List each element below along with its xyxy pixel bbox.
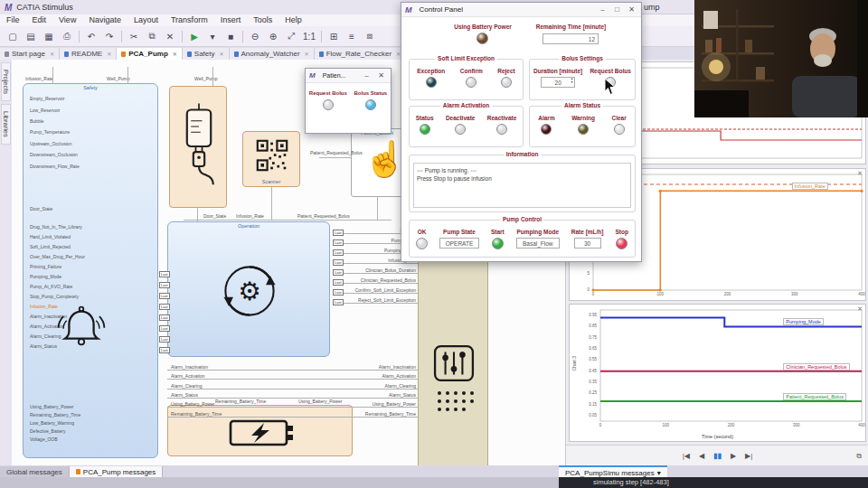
rail-tab-projects[interactable]: Projects [1,62,11,101]
wire [167,417,418,418]
menu-view[interactable]: View [52,14,82,26]
close-icon[interactable]: ✕ [857,170,863,177]
tab-flow_rate_checker[interactable]: Flow_Rate_Checker✕ [315,48,407,60]
start-button[interactable] [492,238,504,249]
close-icon[interactable]: ✕ [50,51,54,57]
minimize-icon[interactable]: – [361,71,373,80]
save-button[interactable]: ▦ [41,29,57,44]
minimize-icon[interactable]: – [597,5,609,14]
delete-button[interactable]: ✕ [162,29,178,44]
export-view-button[interactable]: ⧉ [856,452,862,461]
control-panel-dialog[interactable]: M Control Panel – □ ✕ Using Battery Powe… [401,2,642,262]
close-icon[interactable]: ✕ [305,51,309,57]
step-back-button[interactable]: ◀ [699,452,704,460]
jump-to-end-button[interactable]: ▶| [745,452,752,460]
pumping-mode-field[interactable]: Basal_Flow [516,238,560,249]
copy-button[interactable]: ⧉ [144,29,160,44]
tab-readme[interactable]: README✕ [60,48,117,60]
menu-transform[interactable]: Transform [165,14,214,26]
sim-messages-tab[interactable]: PCA_PumpSimu messages ▾ [559,465,667,478]
stop-button[interactable] [616,238,627,249]
spinner-arrows-icon[interactable]: ▲▼ [571,78,573,85]
align-button[interactable]: ≡ [344,29,360,44]
menu-insert[interactable]: Insert [214,14,248,26]
menu-tools[interactable]: Tools [247,14,278,26]
confirm-button[interactable] [466,77,476,88]
simulation-status-text: simulating step [482-483] [593,478,669,486]
close-icon[interactable]: ✕ [220,51,224,57]
tab-start-page[interactable]: Start page✕ [0,48,60,60]
reject-item: Reject [497,68,515,88]
statusbar-status: simulating step [482-483] [559,477,868,488]
app-logo: M [5,3,12,13]
reject-button[interactable] [501,77,512,88]
menu-edit[interactable]: Edit [26,14,53,26]
rate-field[interactable]: 30 [574,238,601,249]
safety-block[interactable]: Safety Empty_ReservoirLow_ReservoirBubbl… [23,83,158,458]
layout-button[interactable]: ⧈ [362,29,378,44]
fluid-reservoir-block[interactable] [169,86,227,208]
information-group: Information ◦◦◦ Pump is running. ◦◦◦ Pre… [409,155,636,212]
zoom-in-button[interactable]: ⊕ [265,29,281,44]
request-bolus-label: Request Bolus [590,68,631,74]
alarm-bell-icon [55,303,108,350]
rail-tab-libraries[interactable]: Libraries [1,104,11,145]
messages-tab-global-messages[interactable]: Global messages [0,466,70,477]
messages-tab-pca_pump-messages[interactable]: PCA_Pump messages [70,466,163,477]
close-icon[interactable]: ✕ [857,305,863,313]
open-button[interactable]: ▤ [23,29,39,44]
undo-button[interactable]: ↶ [83,29,99,44]
dialog-titlebar[interactable]: M Patien... – ✕ [306,69,391,83]
zoom-out-button[interactable]: ⊖ [247,29,263,44]
close-icon[interactable]: ✕ [626,5,637,14]
series-label-clinician_requested_bolus: Clinician_Requested_Bolus [783,363,849,371]
maximize-icon[interactable]: □ [611,5,623,14]
signal-label: Well_Pump [107,76,129,81]
stop-sim-button[interactable]: ■ [222,29,239,44]
patient-button-block[interactable]: Patient_Button ☝ [351,128,403,197]
menu-layout[interactable]: Layout [127,14,165,26]
menu-file[interactable]: File [0,14,26,26]
close-icon[interactable]: ✕ [173,51,177,57]
cut-button[interactable]: ✂ [126,29,142,44]
pause-button[interactable]: ▮▮ [713,452,722,460]
jump-to-start-button[interactable]: |◀ [683,452,690,460]
chart-axis-title: Chart 3 [571,356,577,371]
close-icon[interactable]: ✕ [107,51,111,57]
reactivate-button[interactable] [496,124,507,135]
scanner-block[interactable]: Scanner [242,131,300,187]
signal-label: Alarm_Activation [171,373,205,379]
last-operator: Last [333,249,344,256]
request-bolus-button[interactable] [323,99,334,110]
wire-row-alarm_status: Alarm_StatusAlarm_Status [167,392,418,401]
close-icon[interactable]: ✕ [375,71,387,80]
tab-safety[interactable]: Safety✕ [183,48,230,60]
run-button[interactable]: ▶ [186,29,203,44]
chart-axis-title: Time (second) [570,434,865,439]
new-file-button[interactable]: ▢ [5,29,21,44]
duration-spinner[interactable]: 20 ▲▼ [541,77,575,88]
ok-led [416,238,428,249]
print-button[interactable]: ⎙ [59,29,75,44]
deactivate-button[interactable] [455,124,466,135]
zoom-100-button[interactable]: 1:1 [301,29,317,44]
menu-help[interactable]: Help [278,14,308,26]
menu-navigate[interactable]: Navigate [82,14,127,26]
clear-item: Clear [611,115,626,135]
information-textarea[interactable]: ◦◦◦ Pump is running. ◦◦◦ Press Stop to p… [413,163,631,208]
control-sliders-icon [433,344,475,382]
operation-block[interactable]: Operation ⚙ [167,221,330,357]
redo-button[interactable]: ↷ [101,29,118,44]
patient-dialog[interactable]: M Patien... – ✕ Request Bolus Bolus Stat… [305,68,392,134]
alarm-led [541,124,552,135]
grid-button[interactable]: ⊞ [326,29,342,44]
chevron-down-icon[interactable]: ▾ [657,469,661,477]
remaining-time-field[interactable]: 12 [542,33,599,44]
pump-state-field[interactable]: OPERATE [439,238,479,249]
run-options-button[interactable]: ▾ [204,29,221,44]
tab-anomaly_watcher[interactable]: Anomaly_Watcher✕ [230,48,315,60]
dialog-titlebar[interactable]: M Control Panel – □ ✕ [401,3,641,17]
step-forward-button[interactable]: ▶ [731,452,736,460]
tab-pca_pump[interactable]: PCA_Pump✕ [117,48,183,60]
zoom-fit-button[interactable]: ⤢ [283,29,299,44]
